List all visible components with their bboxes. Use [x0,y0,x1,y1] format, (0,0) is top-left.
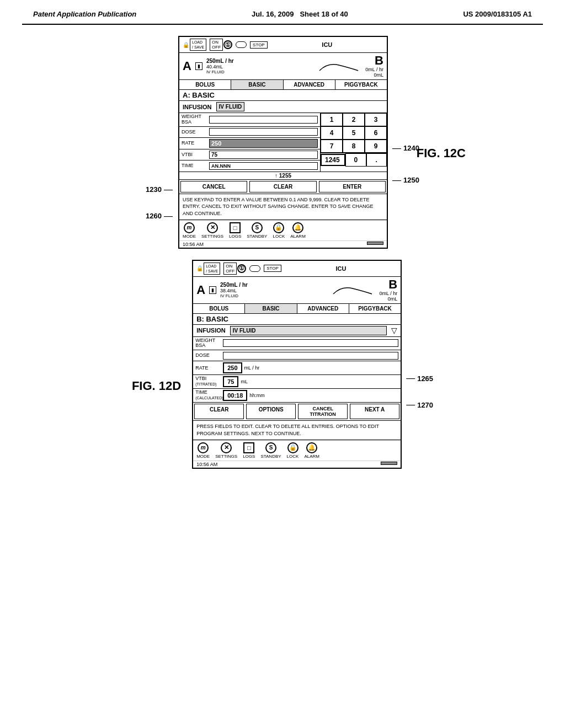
field-row-rate-12d: RATE 250 mL / hr [193,361,401,375]
annotation-1250: 1250 [403,176,419,184]
tab-basic[interactable]: BASIC [231,80,283,89]
alarm-icon-item-12d[interactable]: 🔔 ALARM [304,442,319,459]
alarm-label: ALARM [290,234,306,239]
field-input-time[interactable]: AN.NNN [209,162,318,170]
load-box-12d: LOAD/ SAVE [204,263,220,275]
alarm-icon: 🔔 [292,222,303,233]
channel-a-rate-12d: 250mL / hr [220,282,328,288]
alarm-icon-12d: 🔔 [306,442,317,453]
field-label-rate-12d: RATE [195,365,223,371]
scroll-bar-12c[interactable] [367,242,383,245]
clear-btn[interactable]: CLEAR [249,181,316,192]
tab-advanced[interactable]: ADVANCED [284,80,335,89]
vtbi-field-group: 75 mL [223,376,398,387]
field-input-dose[interactable] [209,128,318,136]
channel-a-icon-12d: ▮ [209,286,216,294]
key-4[interactable]: 4 [321,126,343,140]
field-input-weight-12d[interactable] [223,339,398,347]
channel-b-letter-12d: B [379,279,397,291]
channel-a-label: IV FLUID [206,69,315,74]
field-row-vtbi: VTBI 75 [179,149,320,160]
field-label-vtbi: VTBI [182,152,209,158]
dropdown-arrow-12d[interactable]: ▽ [391,326,397,335]
key-3[interactable]: 3 [365,113,387,126]
channel-a-icon: ▮ [195,62,202,70]
mode-icon-item-12d[interactable]: m MODE [196,442,210,459]
channel-b-info: B 0mL / hr 0mL [365,55,383,78]
time-value-12d[interactable]: 00:18 [223,390,247,401]
device-screen-12c: 🔒 LOAD/ SAVE ONOFF ① STOP ICU A ▮ 250mL … [178,36,388,249]
annotation-1270: 1270 [417,401,433,409]
tab-bolus-12d[interactable]: BOLUS [193,304,245,313]
cancel-titration-btn-12d[interactable]: CANCELTITRATION [298,404,348,419]
patent-header: Patent Application Publication Jul. 16, … [0,0,565,24]
alarm-icon-item[interactable]: 🔔 ALARM [290,222,306,239]
time-unit-12d: hh:mm [249,393,265,398]
key-2[interactable]: 2 [343,113,365,126]
field-input-vtbi[interactable]: 75 [209,151,318,159]
settings-icon-12d: ✕ [221,442,232,453]
field-input-rate[interactable]: 250 [209,139,318,148]
infusion-field[interactable]: IV FLUID [216,102,245,111]
onoff-icon-item-12d: ONOFF ① [223,263,246,275]
field-label-dose: DOSE [182,129,209,135]
mode-label-12d: MODE [196,454,210,459]
tab-bolus[interactable]: BOLUS [179,80,231,89]
mode-icon-item[interactable]: m MODE [183,222,196,239]
key-8[interactable]: 8 [343,140,365,153]
tab-basic-12d[interactable]: BASIC [245,304,297,313]
field-row-time-12d: TIME(CALCULATED) 00:18 hh:mm [193,389,401,403]
vtbi-value-12d[interactable]: 75 [223,376,238,387]
clear-btn-12d[interactable]: CLEAR [194,404,244,419]
tab-advanced-12d[interactable]: ADVANCED [297,304,349,313]
field-row-time: TIME AN.NNN [179,160,320,172]
lock-icon-12d: 🔒 [287,442,299,453]
options-btn-12d[interactable]: OPTIONS [246,404,296,419]
rate-value-12d[interactable]: 250 [223,362,242,373]
key-1[interactable]: 1 [321,113,343,126]
infusion-field-12d[interactable]: IV FLUID [230,326,387,335]
status-oval-12d [249,265,260,272]
cancel-btn[interactable]: CANCEL [180,181,247,192]
action-buttons-12d: CLEAR OPTIONS CANCELTITRATION NEXT A [193,403,401,421]
logs-icon-item-12d[interactable]: □ LOGS [243,442,255,459]
scroll-bar-12d[interactable] [381,462,397,465]
field-input-dose-12d[interactable] [223,352,398,360]
stop-box: STOP [250,41,268,49]
lock-icon-item-bottom-12d[interactable]: 🔒 LOCK [287,442,299,459]
next-btn-12d[interactable]: NEXT A [350,404,399,419]
key-9[interactable]: 9 [365,140,387,153]
standby-icon-item-12d[interactable]: S STANDBY [260,442,281,459]
infusion-label-12d: INFUSION [196,327,226,334]
fig-12d-label: FIG. 12D [132,379,181,393]
field-input-weight[interactable] [209,116,318,124]
standby-icon: S [252,222,263,233]
fig-12c-label: FIG. 12C [417,146,466,160]
settings-icon-item[interactable]: ✕ SETTINGS [201,222,223,239]
logs-icon: □ [230,222,241,233]
logs-icon-12d: □ [243,442,254,453]
tab-piggyback-12d[interactable]: PIGGYBACK [349,304,401,313]
field-label-time: TIME [182,163,209,169]
fields-panel: WEIGHTBSA DOSE RATE 250 VTBI 75 TIME [179,113,321,172]
logs-icon-item[interactable]: □ LOGS [229,222,241,239]
infusion-row: INFUSION IV FLUID [179,101,387,113]
mode-icon-12d: m [198,442,209,453]
key-7[interactable]: 7 [321,140,343,153]
key-0[interactable]: 0 [345,153,366,167]
channel-b-letter: B [365,55,383,67]
entry-value[interactable]: 1245 [321,154,345,166]
field-label-rate: RATE [182,140,209,146]
key-5[interactable]: 5 [343,126,365,140]
tab-piggyback[interactable]: PIGGYBACK [335,80,387,89]
icu-label: ICU [271,41,383,48]
lock-icon-item-bottom[interactable]: 🔒 LOCK [273,222,285,239]
enter-btn[interactable]: ENTER [319,181,386,192]
standby-icon-12d: S [265,442,276,453]
settings-icon-item-12d[interactable]: ✕ SETTINGS [215,442,237,459]
standby-icon-item[interactable]: S STANDBY [247,222,267,239]
section-header: A: BASIC [179,90,387,101]
settings-label: SETTINGS [201,234,223,239]
key-6[interactable]: 6 [365,126,387,140]
key-dot[interactable]: . [366,153,387,167]
